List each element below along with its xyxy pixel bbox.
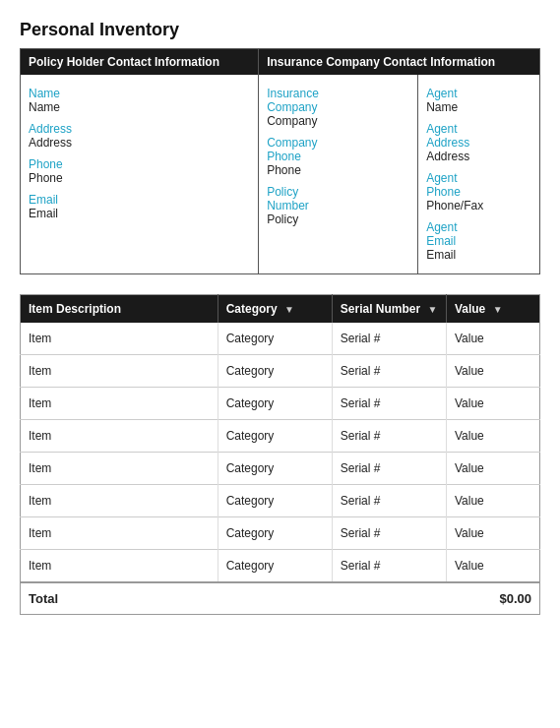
insurance-company-section: Insurance Company Company Company Phone …	[259, 75, 312, 238]
inventory-row-2[interactable]: ItemCategorySerial #Value	[21, 388, 540, 420]
cell-value-4[interactable]: Value	[446, 453, 539, 485]
email-label: Email	[29, 193, 92, 207]
cell-serial-3[interactable]: Serial #	[332, 420, 446, 453]
agent-email-label: Agent Email	[426, 220, 451, 248]
cell-serial-1[interactable]: Serial #	[332, 355, 446, 388]
policy-holder-column: Name Name Address Address Phone Phone Em…	[21, 75, 259, 274]
agent-address-group: Agent Address Address	[426, 122, 451, 163]
contact-header-row: Policy Holder Contact Information Insura…	[21, 49, 540, 76]
cell-desc-1[interactable]: Item	[21, 355, 218, 388]
agent-column: Agent Name Agent Address Address Agent P…	[418, 75, 540, 274]
agent-name-group: Agent Name	[426, 87, 451, 114]
value-dropdown-icon: ▼	[493, 304, 503, 315]
cell-value-3[interactable]: Value	[446, 420, 539, 453]
insurance-company-column: Insurance Company Company Company Phone …	[259, 75, 418, 274]
cell-desc-7[interactable]: Item	[21, 550, 218, 583]
cell-serial-4[interactable]: Serial #	[332, 453, 446, 485]
inventory-row-5[interactable]: ItemCategorySerial #Value	[21, 485, 540, 517]
inventory-row-0[interactable]: ItemCategorySerial #Value	[21, 323, 540, 355]
cell-cat-6[interactable]: Category	[218, 517, 332, 550]
col-header-category[interactable]: Category ▼	[218, 295, 332, 324]
agent-email-group: Agent Email Email	[426, 220, 451, 262]
insurance-company-header: Insurance Company Contact Information	[259, 49, 540, 76]
cell-cat-7[interactable]: Category	[218, 550, 332, 583]
phone-value: Phone	[29, 171, 92, 185]
cell-value-2[interactable]: Value	[446, 388, 539, 420]
cell-desc-0[interactable]: Item	[21, 323, 218, 355]
address-value: Address	[29, 136, 92, 150]
cell-serial-5[interactable]: Serial #	[332, 485, 446, 517]
cell-desc-3[interactable]: Item	[21, 420, 218, 453]
ins-policy-value: Policy	[267, 212, 304, 226]
contact-name-group: Name Name	[29, 87, 92, 114]
cell-cat-1[interactable]: Category	[218, 355, 332, 388]
cell-cat-3[interactable]: Category	[218, 420, 332, 453]
policy-holder-header: Policy Holder Contact Information	[21, 49, 259, 76]
ins-company-value: Company	[267, 114, 304, 128]
contact-phone-group: Phone Phone	[29, 157, 92, 185]
cell-serial-2[interactable]: Serial #	[332, 388, 446, 420]
contact-table: Policy Holder Contact Information Insura…	[20, 48, 540, 274]
cell-value-6[interactable]: Value	[446, 517, 539, 550]
agent-section: Agent Name Agent Address Address Agent P…	[418, 75, 459, 273]
cell-value-5[interactable]: Value	[446, 485, 539, 517]
cell-cat-5[interactable]: Category	[218, 485, 332, 517]
agent-address-label: Agent Address	[426, 122, 451, 150]
cell-cat-0[interactable]: Category	[218, 323, 332, 355]
ins-phone-label: Company Phone	[267, 136, 304, 163]
cell-cat-4[interactable]: Category	[218, 453, 332, 485]
total-value: $0.00	[446, 582, 539, 615]
inventory-header-row: Item Description Category ▼ Serial Numbe…	[21, 295, 540, 324]
cell-desc-2[interactable]: Item	[21, 388, 218, 420]
cell-serial-7[interactable]: Serial #	[332, 550, 446, 583]
name-value: Name	[29, 100, 92, 114]
contact-email-group: Email Email	[29, 193, 92, 220]
agent-phone-value: Phone/Fax	[426, 199, 451, 212]
cell-serial-6[interactable]: Serial #	[332, 517, 446, 550]
agent-phone-group: Agent Phone Phone/Fax	[426, 171, 451, 212]
col-header-description[interactable]: Item Description	[21, 295, 218, 324]
category-dropdown-icon: ▼	[284, 304, 294, 315]
ins-policy-label: Policy Number	[267, 185, 304, 212]
agent-address-value: Address	[426, 150, 451, 163]
contact-address-group: Address Address	[29, 122, 92, 150]
inventory-row-4[interactable]: ItemCategorySerial #Value	[21, 453, 540, 485]
contact-data-row: Name Name Address Address Phone Phone Em…	[21, 75, 540, 274]
agent-name-label: Agent	[426, 87, 451, 100]
ins-phone-group: Company Phone Phone	[267, 136, 304, 177]
cell-desc-5[interactable]: Item	[21, 485, 218, 517]
cell-value-7[interactable]: Value	[446, 550, 539, 583]
inventory-row-1[interactable]: ItemCategorySerial #Value	[21, 355, 540, 388]
cell-value-1[interactable]: Value	[446, 355, 539, 388]
inventory-row-3[interactable]: ItemCategorySerial #Value	[21, 420, 540, 453]
agent-name-value: Name	[426, 100, 451, 114]
total-label: Total	[21, 582, 447, 615]
ins-company-label: Insurance Company	[267, 87, 304, 114]
serial-dropdown-icon: ▼	[428, 304, 438, 315]
inventory-row-6[interactable]: ItemCategorySerial #Value	[21, 517, 540, 550]
ins-policy-group: Policy Number Policy	[267, 185, 304, 226]
cell-cat-2[interactable]: Category	[218, 388, 332, 420]
address-label: Address	[29, 122, 92, 136]
ins-phone-value: Phone	[267, 163, 304, 177]
cell-desc-6[interactable]: Item	[21, 517, 218, 550]
name-label: Name	[29, 87, 92, 100]
cell-desc-4[interactable]: Item	[21, 453, 218, 485]
phone-label: Phone	[29, 157, 92, 171]
policy-holder-section: Name Name Address Address Phone Phone Em…	[21, 75, 99, 232]
inventory-table: Item Description Category ▼ Serial Numbe…	[20, 294, 540, 615]
agent-phone-label: Agent Phone	[426, 171, 451, 199]
cell-serial-0[interactable]: Serial #	[332, 323, 446, 355]
cell-value-0[interactable]: Value	[446, 323, 539, 355]
email-value: Email	[29, 207, 92, 220]
inventory-row-7[interactable]: ItemCategorySerial #Value	[21, 550, 540, 583]
ins-company-group: Insurance Company Company	[267, 87, 304, 128]
col-header-value[interactable]: Value ▼	[446, 295, 539, 324]
agent-email-value: Email	[426, 248, 451, 262]
total-row: Total $0.00	[21, 582, 540, 615]
col-header-serial[interactable]: Serial Number ▼	[332, 295, 446, 324]
page-title: Personal Inventory	[20, 20, 540, 40]
